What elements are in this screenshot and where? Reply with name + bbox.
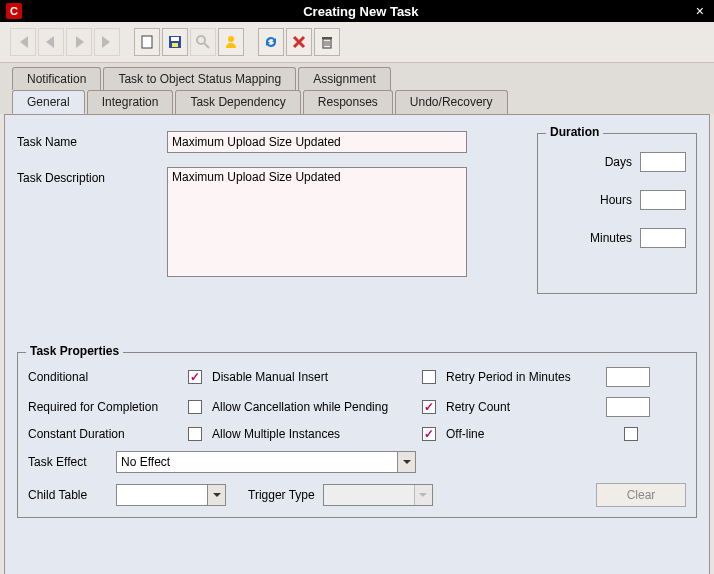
days-input[interactable] [640, 152, 686, 172]
offline-label: Off-line [446, 427, 606, 441]
trash-button[interactable] [314, 28, 340, 56]
child-table-select[interactable] [116, 484, 226, 506]
required-completion-label: Required for Completion [28, 400, 178, 414]
tab-row-upper: Notification Task to Object Status Mappi… [0, 63, 714, 90]
tab-undo-recovery[interactable]: Undo/Recovery [395, 90, 508, 114]
task-description-label: Task Description [17, 167, 167, 185]
disable-manual-label: Disable Manual Insert [212, 370, 412, 384]
clear-button: Clear [596, 483, 686, 507]
task-properties-fieldset: Task Properties Conditional Disable Manu… [17, 352, 697, 518]
task-effect-label: Task Effect [28, 455, 108, 469]
svg-line-5 [204, 43, 209, 48]
retry-count-label: Retry Count [446, 400, 606, 414]
task-effect-value[interactable] [116, 451, 416, 473]
minutes-label: Minutes [590, 231, 632, 245]
svg-rect-0 [142, 36, 152, 48]
conditional-checkbox[interactable] [188, 370, 202, 384]
tab-integration[interactable]: Integration [87, 90, 174, 114]
svg-rect-3 [172, 43, 178, 47]
minutes-input[interactable] [640, 228, 686, 248]
task-name-label: Task Name [17, 131, 167, 149]
svg-rect-2 [171, 37, 179, 41]
svg-point-6 [228, 36, 234, 42]
prev-record-button [38, 28, 64, 56]
tab-row-lower: General Integration Task Dependency Resp… [0, 90, 714, 114]
hours-input[interactable] [640, 190, 686, 210]
duration-fieldset: Duration Days Hours Minutes [537, 133, 697, 294]
assign-button[interactable] [218, 28, 244, 56]
search-button [190, 28, 216, 56]
svg-rect-8 [322, 37, 332, 39]
window-title: Creating New Task [30, 4, 692, 19]
allow-cancel-label: Allow Cancellation while Pending [212, 400, 412, 414]
chevron-down-icon[interactable] [207, 485, 225, 505]
task-name-input[interactable] [167, 131, 467, 153]
tab-task-object-status[interactable]: Task to Object Status Mapping [103, 67, 296, 90]
required-completion-checkbox[interactable] [188, 400, 202, 414]
chevron-down-icon[interactable] [397, 452, 415, 472]
close-icon[interactable]: × [692, 3, 708, 19]
retry-period-input[interactable] [606, 367, 650, 387]
tab-assignment[interactable]: Assignment [298, 67, 391, 90]
delete-button[interactable] [286, 28, 312, 56]
retry-count-input[interactable] [606, 397, 650, 417]
new-button[interactable] [134, 28, 160, 56]
first-record-button [10, 28, 36, 56]
allow-multiple-label: Allow Multiple Instances [212, 427, 412, 441]
retry-period-label: Retry Period in Minutes [446, 370, 606, 384]
toolbar [0, 22, 714, 63]
offline-checkbox[interactable] [624, 427, 638, 441]
allow-multiple-checkbox[interactable] [422, 427, 436, 441]
chevron-down-icon [414, 485, 432, 505]
tab-responses[interactable]: Responses [303, 90, 393, 114]
save-button[interactable] [162, 28, 188, 56]
trigger-type-label: Trigger Type [248, 488, 315, 502]
svg-point-4 [197, 36, 205, 44]
tab-task-dependency[interactable]: Task Dependency [175, 90, 300, 114]
child-table-label: Child Table [28, 488, 108, 502]
disable-manual-checkbox[interactable] [422, 370, 436, 384]
duration-legend: Duration [546, 125, 603, 139]
app-icon: C [6, 3, 22, 19]
tab-notification[interactable]: Notification [12, 67, 101, 90]
trigger-type-select[interactable] [323, 484, 433, 506]
refresh-button[interactable] [258, 28, 284, 56]
task-description-input[interactable]: Maximum Upload Size Updated [167, 167, 467, 277]
task-properties-legend: Task Properties [26, 344, 123, 358]
tab-content-general: Task Name Task Description Maximum Uploa… [4, 114, 710, 574]
task-effect-select[interactable] [116, 451, 416, 473]
hours-label: Hours [600, 193, 632, 207]
constant-duration-checkbox[interactable] [188, 427, 202, 441]
next-record-button [66, 28, 92, 56]
titlebar: C Creating New Task × [0, 0, 714, 22]
allow-cancel-checkbox[interactable] [422, 400, 436, 414]
tab-general[interactable]: General [12, 90, 85, 114]
days-label: Days [605, 155, 632, 169]
constant-duration-label: Constant Duration [28, 427, 178, 441]
last-record-button [94, 28, 120, 56]
conditional-label: Conditional [28, 370, 178, 384]
